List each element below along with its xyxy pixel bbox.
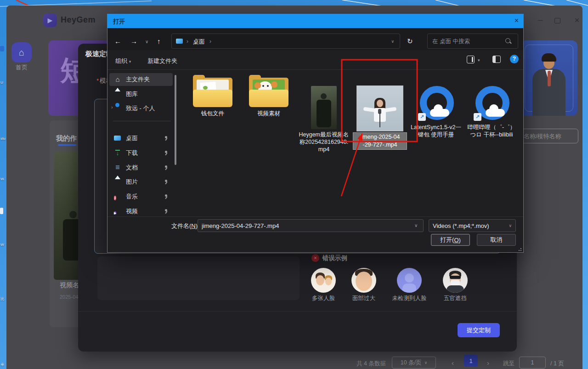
view-mode-chevron[interactable]: ▾ (478, 58, 480, 62)
filename-dropdown-chevron[interactable]: ∨ (414, 223, 418, 228)
address-bar[interactable]: › 桌面 › ∨ (171, 34, 400, 49)
back-button[interactable]: ← (114, 37, 121, 45)
file-label: Heygem最后视频名称2025428162948.mp4 (297, 131, 351, 153)
breadcrumb-desktop[interactable]: 桌面 (193, 38, 205, 46)
open-button[interactable]: 打开(O) (431, 234, 470, 246)
page-size-select[interactable]: 10 条/页 ∨ (392, 357, 436, 369)
up-button[interactable]: ↑ (157, 37, 161, 45)
avatar-tie (548, 71, 551, 86)
work-video-name: 视频名 (60, 281, 79, 290)
desktop-label-fragment: W. (0, 177, 5, 181)
dialog-search-input[interactable] (427, 34, 518, 49)
example-label: 面部过大 (351, 295, 377, 302)
recent-locations-button[interactable]: ∨ (145, 39, 148, 44)
dialog-titlebar[interactable]: 打开 × (107, 14, 523, 28)
dialog-title: 打开 (113, 17, 125, 26)
sidebar-label: 文档 (126, 164, 138, 172)
file-item-jimeng-video-selected[interactable]: jimeng-2025-04 -29-727-.mp4 (352, 73, 407, 150)
sidebar-item-music[interactable]: ♪ 音乐 (109, 190, 173, 203)
pagination-total: 共 4 条数据 (356, 360, 386, 368)
example-avatar-covered-face (443, 268, 468, 293)
required-asterisk: * (96, 77, 99, 84)
video-thumbnail (311, 86, 337, 129)
upload-subpanel (97, 256, 300, 300)
filename-accesskey: N (191, 222, 195, 229)
open-file-dialog: 打开 × ← → ∨ ↑ › 桌面 › ∨ ↻ 组织 ▾ 新建文件夹 ▾ ? ⌂ (107, 14, 524, 253)
current-page-button[interactable]: 1 (464, 355, 478, 367)
sidebar-item-videos[interactable]: ▶ 视频 (109, 205, 173, 218)
sidebar-item-home[interactable]: ⌂ (11, 42, 32, 62)
prev-page-button[interactable]: ‹ (452, 359, 454, 367)
resize-grip[interactable] (517, 246, 521, 251)
submit-custom-button[interactable]: 提交定制 (458, 323, 500, 337)
file-label-line: -29-727-.mp4 (354, 141, 406, 149)
dialog-close-button[interactable]: × (514, 17, 519, 25)
toolbar-divider (107, 69, 523, 70)
modal-footer-divider (78, 311, 517, 312)
tab-my-works[interactable]: 我的作 (56, 134, 77, 143)
next-page-button[interactable]: › (487, 359, 489, 367)
file-label: 哔哩哔哩（゜-゜）つロ 干杯--bilibili (465, 124, 518, 138)
jump-page-input[interactable]: 1 (519, 357, 546, 369)
filetype-select[interactable]: Videos (*.mp4;*.mov) ∨ (429, 219, 516, 232)
address-dropdown-chevron[interactable]: ∨ (391, 39, 394, 44)
sidebar-item-documents[interactable]: 文档 (109, 161, 173, 174)
page-size-value: 10 条/页 (401, 359, 422, 367)
pin-icon (165, 165, 167, 168)
desktop-icon-fragment[interactable] (0, 46, 4, 51)
work-video-date: 2025-04 (60, 294, 78, 300)
file-item-video-assets-folder[interactable]: 视频素材 (242, 73, 295, 117)
sidebar-item-desktop[interactable]: 桌面 (109, 132, 173, 145)
chevron-down-icon: ▾ (129, 59, 131, 64)
model-search-input[interactable] (520, 129, 578, 143)
pictures-icon (114, 178, 121, 186)
example-avatar-face-too-big (351, 268, 376, 293)
help-button[interactable]: ? (510, 55, 519, 63)
file-item-latentsync-shortcut[interactable]: ↗ LatentSync1.5-v2一键包 使用手册 (409, 73, 463, 138)
avatar-hair (542, 53, 556, 62)
file-item-wallet-folder[interactable]: 钱包文件 (186, 73, 239, 117)
file-label: 视频素材 (242, 110, 295, 117)
sidebar-home-label: 首页 (11, 63, 32, 72)
organize-button[interactable]: 组织 ▾ (115, 57, 131, 65)
app-maximize-button[interactable] (554, 18, 560, 23)
refresh-button[interactable]: ↻ (407, 37, 413, 45)
browser-shortcut-icon: ↗ (474, 85, 509, 123)
model-avatar-card[interactable] (520, 40, 577, 116)
preview-pane-icon[interactable] (492, 56, 501, 63)
gallery-icon (114, 91, 121, 98)
filename-input[interactable] (198, 219, 424, 232)
app-minimize-button[interactable]: ─ (533, 17, 547, 25)
desktop-label-fragment: stu (0, 136, 6, 141)
view-mode-icon[interactable] (467, 56, 475, 63)
file-item-heygem-video[interactable]: Heygem最后视频名称2025428162948.mp4 (297, 73, 351, 153)
sidebar-item-onedrive[interactable]: › 致远 - 个人 (109, 102, 173, 115)
example-label: 五官遮挡 (442, 295, 469, 302)
breadcrumb-separator: › (187, 38, 188, 45)
desktop-icon-fragment[interactable] (0, 208, 3, 214)
pin-icon (165, 136, 167, 138)
jump-to-label: 跳至 (503, 360, 514, 368)
organize-label: 组织 (115, 57, 127, 64)
pin-icon (165, 194, 167, 197)
sidebar-item-gallery[interactable]: 图库 (109, 88, 173, 101)
file-item-bilibili-shortcut[interactable]: ↗ 哔哩哔哩（゜-゜）つロ 干杯--bilibili (465, 73, 518, 138)
sidebar-item-downloads[interactable]: ↑ 下载 (109, 147, 173, 159)
example-label: 未检测到人脸 (388, 295, 431, 302)
sidebar-item-pictures[interactable]: 图片 (109, 176, 173, 188)
browser-shortcut-icon: ↗ (418, 85, 454, 123)
filetype-value: Videos (*.mp4;*.mov) (433, 222, 489, 229)
desktop-label-fragment: 比 (0, 296, 4, 301)
pin-icon (165, 180, 167, 182)
home-icon: ⌂ (114, 76, 121, 83)
new-folder-button[interactable]: 新建文件夹 (147, 57, 177, 65)
expand-chevron-icon[interactable]: › (111, 104, 113, 110)
sidebar-label: 致远 - 个人 (126, 104, 155, 113)
app-close-button[interactable]: × (570, 17, 582, 25)
sidebar-item-home-folder[interactable]: ⌂ 主文件夹 (109, 73, 173, 86)
thumbnail-figure (69, 211, 77, 218)
sidebar-scrollbar[interactable] (175, 75, 176, 165)
forward-button[interactable]: → (130, 37, 137, 45)
heygem-logo-icon: ▶ (43, 13, 57, 27)
cancel-button[interactable]: 取消 (477, 234, 516, 246)
